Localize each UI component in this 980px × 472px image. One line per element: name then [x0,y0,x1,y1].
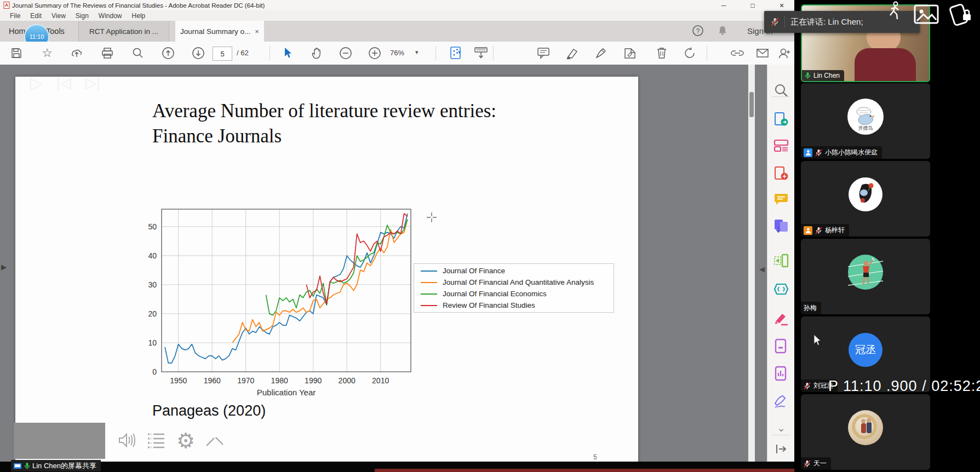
legend-entry: Review Of Financial Studies [421,301,614,310]
fill-sign-icon[interactable] [770,308,792,330]
presentation-mode-icon[interactable] [470,42,492,65]
pointer-line-tool-icon[interactable] [205,435,224,450]
mic-muted-icon [815,227,822,234]
previous-page-icon[interactable] [157,42,179,65]
image-icon[interactable] [914,4,939,24]
compress-pdf-icon[interactable] [770,278,792,300]
maximize-button[interactable]: □ [740,0,765,10]
previous-slide-button[interactable]: |◁ [56,65,71,101]
svg-text:1990: 1990 [305,376,322,385]
slide-caption: Panageas (2020) [152,402,266,419]
svg-text:1980: 1980 [271,376,288,385]
highlighter-icon[interactable] [561,42,583,65]
comment-icon[interactable] [532,42,554,65]
speaker-icon[interactable] [116,430,136,452]
print-icon[interactable] [96,42,118,65]
participant-label: 杨梓轩 [801,224,849,237]
next-page-icon[interactable] [187,42,209,65]
request-signatures-icon[interactable] [770,391,792,413]
create-pdf-icon[interactable] [770,163,792,185]
avatar-initials: 冠丞 [855,343,876,357]
svg-text:2000: 2000 [339,376,356,385]
edit-pdf-icon[interactable] [770,135,792,157]
slide-list-icon[interactable] [147,431,165,451]
vertical-scrollbar[interactable] [748,65,755,463]
legend-entry: Journal Of Financial Economics [421,289,614,298]
mic-muted-icon [804,382,811,390]
menu-edit[interactable]: Edit [30,12,42,20]
line-chart: 010203040501950196019701980199020002010P… [139,201,429,404]
notification-bell-icon[interactable] [717,25,728,38]
phone-lock-icon[interactable] [949,1,973,26]
window-title: Journal Summary of The Reviews of Financ… [12,2,265,9]
redact-icon[interactable] [770,335,792,357]
zoom-dropdown-caret-icon[interactable]: ▾ [415,49,419,56]
legend-label: Journal Of Finance [443,267,505,275]
star-icon[interactable]: ☆ [36,42,58,65]
cloud-upload-icon[interactable] [66,42,88,65]
export-pdf-icon[interactable] [770,108,792,130]
hand-tool-icon[interactable] [306,42,328,65]
scrollbar-thumb[interactable] [749,92,754,117]
tab-bar: Home Tools RCT Application in ... Journa… [0,21,795,42]
share-person-icon[interactable] [773,42,795,65]
page-display-options-icon[interactable] [445,42,467,65]
walking-person-icon[interactable] [886,1,903,22]
email-icon[interactable] [752,42,773,65]
page-display-caret-icon[interactable]: ▾ [458,49,461,56]
tab-close-icon[interactable]: × [255,27,259,36]
sign-pen-icon[interactable] [591,42,612,65]
zoom-level-value[interactable]: 76% [390,49,404,57]
save-icon[interactable] [5,42,27,65]
menu-view[interactable]: View [51,12,66,20]
participant-label: 孙梅 [801,302,821,314]
open-tools-panel-icon[interactable] [770,438,792,460]
menu-window[interactable]: Window [99,12,122,20]
zoom-in-icon[interactable] [364,42,386,65]
close-button[interactable]: × [769,0,794,10]
legend-line-swatch [421,293,437,295]
delete-pages-icon[interactable] [651,42,673,65]
organize-pages-icon[interactable] [770,250,792,272]
search-icon[interactable] [127,42,149,65]
tools-rail: ⌄ [767,65,795,463]
minimize-button[interactable]: ─ [711,0,736,10]
mouse-cursor [813,334,822,346]
menu-help[interactable]: Help [132,12,146,20]
tab-document-journal-summary[interactable]: Journal Summary o... × [175,21,264,42]
participant-video-xiaochen[interactable]: 开摆鸟 小陈小陈喝水便盆 [801,83,930,159]
participant-video-sunmei[interactable]: 孙梅 [801,239,930,314]
participant-label: 小陈小陈喝水便盆 [801,146,882,159]
menu-sign[interactable]: Sign [76,12,89,20]
svg-text:40: 40 [148,251,157,260]
svg-text:?: ? [696,27,700,35]
participant-name: 小陈小陈喝水便盆 [825,148,878,157]
play-button[interactable]: ▷ [30,65,43,101]
left-panel-expand-arrow[interactable]: ▶ [1,263,7,271]
rotate-icon[interactable] [679,42,701,65]
selection-tool-icon[interactable] [277,42,299,65]
pdf-page: Average Number of literature review entr… [15,77,638,463]
screen-share-text: Lin Chen的屏幕共享 [32,461,96,471]
more-tools-chevron-icon[interactable]: ⌄ [770,417,792,439]
comment-tool-icon[interactable] [770,189,792,211]
help-icon[interactable]: ? [692,25,704,39]
participant-video-yangzixuan[interactable]: 杨梓轩 [801,161,930,237]
prepare-form-icon[interactable] [770,362,792,384]
legend-label: Journal Of Financial Economics [443,290,547,298]
next-slide-button[interactable]: ▷| [85,65,100,101]
zoom-out-icon[interactable] [335,42,357,65]
combine-files-icon[interactable] [770,215,792,237]
page-number-input[interactable]: 5 [213,47,232,61]
legend-line-swatch [421,305,437,306]
acrobat-app-icon [3,2,10,9]
tab-document-rct[interactable]: RCT Application in ... [78,21,169,42]
menu-file[interactable]: File [10,12,20,20]
avatar-caption: 开摆鸟 [847,125,884,132]
link-icon[interactable] [726,42,748,65]
settings-gear-icon[interactable]: ⚙ [176,423,195,459]
participant-video-tianyi[interactable]: 天一 [801,394,930,470]
tools-panel-expand-arrow[interactable]: ◀ [759,265,765,273]
stamp-icon[interactable] [619,42,641,65]
find-tool-icon[interactable] [770,79,792,101]
